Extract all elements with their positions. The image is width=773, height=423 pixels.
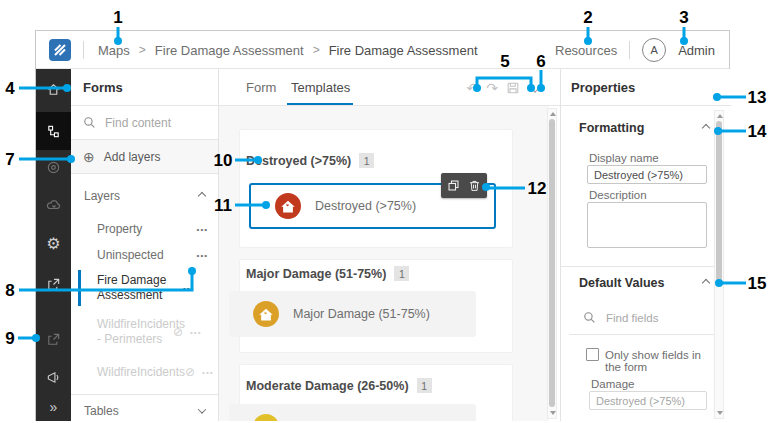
overflow-menu-icon[interactable]: ••• <box>190 328 201 337</box>
annotated-screenshot: 1 2 3 4 5 6 7 8 9 10 11 12 13 14 15 Maps… <box>0 0 773 423</box>
layers-section-label: Layers <box>84 189 120 203</box>
template-group-label: Major Damage (51-75%) 1 <box>246 266 409 281</box>
destroyed-template-icon <box>275 193 301 219</box>
overflow-menu-icon[interactable]: ••• <box>197 225 208 234</box>
add-layers-button[interactable]: ⊕ Add layers <box>71 140 218 174</box>
default-values-section-header[interactable]: Default Values <box>579 276 709 290</box>
layer-row-wildfire-incidents[interactable]: WildfireIncidents ⊘ ••• <box>71 356 218 388</box>
properties-panel: Properties Formatting Display name Descr… <box>561 69 731 421</box>
template-card-moderate[interactable]: Moderate Damage (26-50%) <box>229 404 476 421</box>
template-card-major[interactable]: Major Damage (51-75%) <box>229 291 476 337</box>
breadcrumb-separator-icon: > <box>139 43 146 57</box>
scroll-up-arrow[interactable] <box>550 112 556 116</box>
callout-number-14: 14 <box>748 123 767 140</box>
chevron-down-icon <box>198 405 206 413</box>
chevron-up-icon <box>198 192 206 200</box>
save-icon[interactable] <box>506 81 520 95</box>
template-count-badge: 1 <box>417 378 432 393</box>
breadcrumb-separator-icon: > <box>313 43 320 57</box>
save-dropdown-chevron-icon[interactable] <box>532 79 538 97</box>
tab-templates[interactable]: Templates <box>291 69 350 106</box>
search-icon <box>83 116 96 129</box>
user-avatar[interactable]: A <box>642 38 666 62</box>
find-fields-input[interactable] <box>606 312 688 324</box>
callout-number-9: 9 <box>5 330 14 347</box>
scrollbar-thumb[interactable] <box>549 119 555 407</box>
layer-row-wildfire-perimeters[interactable]: WildfireIncidents - Perimeters ⊘ ••• <box>71 312 218 352</box>
callout-number-5: 5 <box>500 53 509 70</box>
callout-number-15: 15 <box>748 275 767 292</box>
scroll-down-arrow[interactable] <box>717 411 723 415</box>
left-nav-rail: ⚙ » <box>36 69 71 421</box>
selected-layer-indicator <box>78 270 81 306</box>
description-textarea[interactable] <box>587 202 707 248</box>
callout-number-12: 12 <box>528 180 547 197</box>
user-name[interactable]: Admin <box>678 43 715 58</box>
app-settings-nav-icon[interactable]: ⚙ <box>36 227 71 261</box>
undo-icon[interactable]: ↶ <box>467 81 479 95</box>
damage-field-input[interactable] <box>589 391 707 410</box>
template-card-label: Destroyed (>75%) <box>315 199 416 213</box>
resources-link[interactable]: Resources <box>555 43 617 58</box>
display-name-input[interactable] <box>587 165 707 184</box>
template-card-label: Moderate Damage (26-50%) <box>293 420 451 421</box>
layer-row-uninspected[interactable]: Uninspected ••• <box>71 242 218 268</box>
template-count-badge: 1 <box>359 153 374 168</box>
major-damage-template-icon <box>253 301 279 327</box>
scroll-down-arrow[interactable] <box>550 411 556 415</box>
redo-icon[interactable]: ↷ <box>486 81 498 95</box>
geofences-nav-icon[interactable] <box>36 150 71 184</box>
group-label-text: Major Damage (51-75%) <box>246 267 386 281</box>
expand-rail-icon[interactable]: » <box>36 390 71 423</box>
callout-number-4: 4 <box>5 80 14 97</box>
duplicate-icon[interactable] <box>447 179 460 192</box>
find-fields-search[interactable] <box>583 311 688 324</box>
template-group-label: Moderate Damage (26-50%) 1 <box>246 378 432 393</box>
search-underline <box>569 334 721 335</box>
sharing-nav-icon[interactable] <box>36 267 71 301</box>
scroll-up-arrow[interactable] <box>717 114 723 118</box>
templates-scrollbar[interactable] <box>547 108 557 419</box>
active-tab-underline <box>287 103 353 105</box>
add-layers-label: Add layers <box>104 150 161 164</box>
properties-scrollbar[interactable] <box>714 110 724 419</box>
overflow-menu-icon[interactable]: ••• <box>202 368 213 377</box>
field-maps-logo-icon[interactable] <box>49 39 71 61</box>
forms-nav-icon[interactable] <box>36 114 71 148</box>
delete-trash-icon[interactable] <box>468 179 481 192</box>
find-content-search[interactable] <box>71 106 218 140</box>
layers-section-header[interactable]: Layers <box>71 180 218 212</box>
only-show-fields-checkbox[interactable] <box>586 348 599 361</box>
find-content-input[interactable] <box>105 116 195 130</box>
layer-row-property[interactable]: Property ••• <box>71 216 218 242</box>
group-label-text: Moderate Damage (26-50%) <box>246 379 409 393</box>
layer-row-fire-damage-assessment[interactable]: Fire Damage Assessment ••• <box>71 268 218 308</box>
chevron-up-icon <box>702 124 710 132</box>
default-values-section-label: Default Values <box>579 276 664 290</box>
formatting-section-header[interactable]: Formatting <box>579 121 709 135</box>
scrollbar-thumb[interactable] <box>716 121 722 281</box>
breadcrumb: Maps > Fire Damage Assessment > Fire Dam… <box>98 31 478 69</box>
overflow-menu-icon[interactable]: ••• <box>197 251 208 260</box>
overflow-menu-icon[interactable]: ••• <box>183 284 194 293</box>
template-card-label: Major Damage (51-75%) <box>293 307 430 321</box>
tab-form[interactable]: Form <box>246 69 276 106</box>
layer-name: WildfireIncidents - Perimeters <box>97 317 173 347</box>
layer-name: Fire Damage Assessment <box>97 273 183 303</box>
overview-home-nav-icon[interactable] <box>36 72 71 106</box>
add-circle-icon: ⊕ <box>83 150 95 164</box>
editor-toolbar: ↶ ↷ <box>467 69 538 106</box>
moderate-damage-template-icon <box>253 414 279 421</box>
editor-tab-bar: Form Templates ↶ ↷ <box>219 69 560 106</box>
breadcrumb-map-name[interactable]: Fire Damage Assessment <box>155 43 304 58</box>
offline-nav-icon[interactable] <box>36 188 71 222</box>
open-in-map-viewer-icon[interactable] <box>36 322 71 356</box>
callout-number-8: 8 <box>5 282 14 299</box>
callout-number-7: 7 <box>5 151 14 168</box>
feedback-megaphone-icon[interactable] <box>36 360 71 394</box>
header-right-cluster: Resources A Admin <box>555 31 715 69</box>
callout-number-6: 6 <box>536 53 545 70</box>
tables-section-header[interactable]: Tables <box>71 395 218 423</box>
app-window: Maps > Fire Damage Assessment > Fire Dam… <box>35 30 730 421</box>
breadcrumb-maps[interactable]: Maps <box>98 43 130 58</box>
